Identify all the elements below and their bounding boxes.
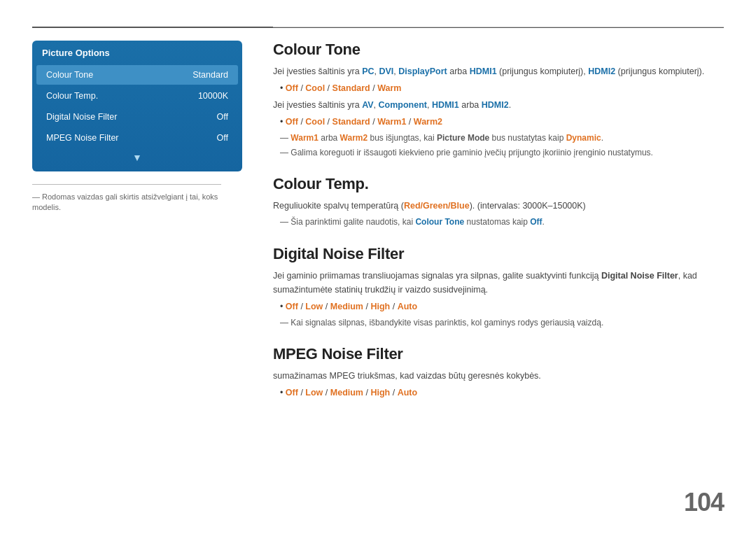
digital-noise-list: Off / Low / Medium / High / Auto	[273, 300, 724, 314]
section-digital-noise-title: Digital Noise Filter	[273, 245, 724, 263]
digital-noise-dash-list: Kai signalas silpnas, išbandykite visas …	[273, 316, 724, 330]
section-mpeg-noise-title: MPEG Noise Filter	[273, 345, 724, 363]
mpeg-noise-para1: sumažinamas MPEG triukšmas, kad vaizdas …	[273, 369, 724, 383]
section-colour-tone-body: Jei įvesties šaltinis yra PC, DVI, Displ…	[273, 64, 724, 160]
main-top-rule	[273, 27, 724, 27]
sidebar-panel: Picture Options Colour Tone Standard Col…	[32, 41, 242, 213]
colour-temp-para1: Reguliuokite spalvų temperatūrą (Red/Gre…	[273, 199, 724, 213]
menu-item-colour-temp[interactable]: Colour Temp. 10000K	[36, 86, 238, 106]
picture-options-panel: Picture Options Colour Tone Standard Col…	[32, 41, 242, 171]
colour-tone-list1: Off / Cool / Standard / Warm	[273, 81, 724, 95]
colour-temp-dash1: Šia parinktimi galite naudotis, kai Colo…	[280, 216, 724, 229]
page-number: 104	[684, 488, 724, 517]
menu-item-digital-noise-value: Off	[217, 112, 228, 122]
menu-item-colour-tone-value: Standard	[192, 70, 228, 80]
digital-noise-dash1: Kai signalas silpnas, išbandykite visas …	[280, 316, 724, 330]
colour-tone-dash-list: Warm1 arba Warm2 bus išjungtas, kai Pict…	[273, 132, 724, 160]
menu-item-digital-noise-label: Digital Noise Filter	[46, 112, 117, 122]
colour-tone-list1-item: Off / Cool / Standard / Warm	[280, 81, 724, 95]
section-colour-tone-title: Colour Tone	[273, 41, 724, 59]
section-digital-noise-body: Jei gaminio priimamas transliuojamas sig…	[273, 269, 724, 330]
digital-noise-para1: Jei gaminio priimamas transliuojamas sig…	[273, 269, 724, 297]
section-colour-tone: Colour Tone Jei įvesties šaltinis yra PC…	[273, 41, 724, 160]
section-colour-temp-body: Reguliuokite spalvų temperatūrą (Red/Gre…	[273, 199, 724, 229]
main-content: Colour Tone Jei įvesties šaltinis yra PC…	[273, 41, 724, 415]
menu-item-colour-temp-value: 10000K	[198, 91, 228, 101]
section-digital-noise-filter: Digital Noise Filter Jei gaminio priimam…	[273, 245, 724, 330]
colour-tone-list2-item: Off / Cool / Standard / Warm1 / Warm2	[280, 115, 724, 129]
colour-tone-dash1: Warm1 arba Warm2 bus išjungtas, kai Pict…	[280, 132, 724, 145]
menu-item-digital-noise-filter[interactable]: Digital Noise Filter Off	[36, 107, 238, 127]
scroll-down-arrow[interactable]: ▼	[32, 149, 242, 166]
sidebar-divider	[32, 184, 221, 185]
menu-item-colour-tone-label: Colour Tone	[46, 70, 93, 80]
menu-item-colour-tone[interactable]: Colour Tone Standard	[36, 65, 238, 85]
menu-item-mpeg-noise-value: Off	[217, 133, 228, 143]
menu-item-mpeg-noise-label: MPEG Noise Filter	[46, 133, 119, 143]
colour-tone-list2: Off / Cool / Standard / Warm1 / Warm2	[273, 115, 724, 129]
menu-item-colour-temp-label: Colour Temp.	[46, 91, 98, 101]
colour-tone-para1: Jei įvesties šaltinis yra PC, DVI, Displ…	[273, 64, 724, 78]
mpeg-noise-list: Off / Low / Medium / High / Auto	[273, 386, 724, 400]
colour-tone-para2: Jei įvesties šaltinis yra AV, Component,…	[273, 98, 724, 112]
panel-title: Picture Options	[32, 41, 242, 64]
section-mpeg-noise-filter: MPEG Noise Filter sumažinamas MPEG triuk…	[273, 345, 724, 400]
colour-temp-dash-list: Šia parinktimi galite naudotis, kai Colo…	[273, 216, 724, 229]
digital-noise-list-item: Off / Low / Medium / High / Auto	[280, 300, 724, 314]
mpeg-noise-list-item: Off / Low / Medium / High / Auto	[280, 386, 724, 400]
section-colour-temp-title: Colour Temp.	[273, 175, 724, 193]
section-mpeg-noise-body: sumažinamas MPEG triukšmas, kad vaizdas …	[273, 369, 724, 400]
sidebar-note: — Rodomas vaizdas gali skirtis atsižvelg…	[32, 192, 242, 213]
menu-item-mpeg-noise-filter[interactable]: MPEG Noise Filter Off	[36, 128, 238, 148]
colour-tone-dash2: Galima koreguoti ir išsaugoti kiekvieno …	[280, 146, 724, 160]
section-colour-temp: Colour Temp. Reguliuokite spalvų tempera…	[273, 175, 724, 229]
